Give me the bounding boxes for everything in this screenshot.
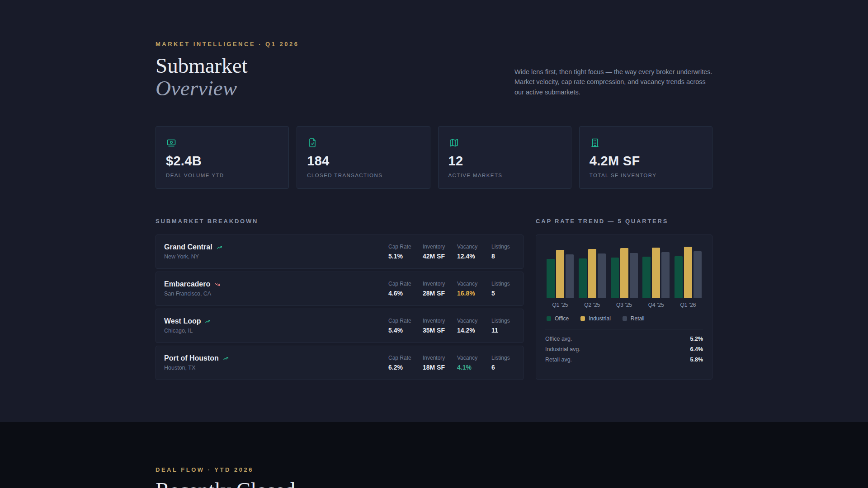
office-bar	[579, 258, 587, 298]
stat-card-sf-inventory: 4.2M SF TOTAL SF INVENTORY	[579, 126, 712, 189]
avg-value: 5.2%	[690, 336, 703, 342]
page-title-line2: Overview	[156, 77, 299, 100]
legend-item-industrial: Industrial	[580, 315, 611, 322]
inventory-cell: Inventory35M SF	[423, 318, 457, 334]
industrial-bar	[652, 248, 660, 298]
submarket-location: New York, NY	[164, 253, 388, 260]
page-header: MARKET INTELLIGENCE · Q1 2026 Submarket …	[156, 0, 712, 100]
trend-up-icon	[223, 356, 229, 361]
submarket-row[interactable]: EmbarcaderoSan Francisco, CACap Rate4.6%…	[156, 272, 524, 306]
submarket-name: West Loop	[164, 317, 388, 325]
retail-bar	[630, 253, 638, 298]
trend-down-icon	[214, 282, 220, 287]
cap-rate-cell: Cap Rate5.4%	[388, 318, 423, 334]
submarket-location: San Francisco, CA	[164, 291, 388, 297]
submarket-list: Grand CentralNew York, NYCap Rate5.1%Inv…	[156, 235, 524, 380]
submarket-location: Chicago, IL	[164, 328, 388, 334]
listings-cell: Listings8	[491, 244, 516, 260]
submarket-info: EmbarcaderoSan Francisco, CA	[164, 280, 388, 297]
vacancy-cell: Vacancy14.2%	[457, 318, 491, 334]
cap-rate-cell: Cap Rate6.2%	[388, 355, 423, 371]
bar-chart-plot	[545, 244, 703, 298]
x-axis-label: Q1 '26	[675, 302, 702, 308]
submarket-location: Houston, TX	[164, 365, 388, 371]
inventory-cell: Inventory28M SF	[423, 281, 457, 297]
bar-group-q425	[642, 248, 670, 298]
stat-label: DEAL VOLUME YTD	[166, 173, 278, 178]
chart-legend: OfficeIndustrialRetail	[545, 315, 703, 322]
avg-label: Industrial avg.	[545, 346, 580, 352]
vacancy-cell: Vacancy16.8%	[457, 281, 491, 297]
bar-group-q325	[611, 248, 638, 298]
submarket-row[interactable]: West LoopChicago, ILCap Rate5.4%Inventor…	[156, 309, 524, 343]
x-axis-label: Q4 '25	[642, 302, 670, 308]
avg-value: 6.4%	[690, 346, 703, 352]
legend-swatch	[623, 316, 627, 321]
industrial-bar	[556, 250, 564, 298]
office-bar	[642, 257, 651, 298]
retail-bar	[693, 251, 702, 298]
retail-bar	[598, 253, 606, 298]
avg-value: 5.8%	[690, 357, 703, 363]
legend-item-office: Office	[547, 315, 569, 322]
office-bar	[675, 256, 683, 298]
file-check-icon	[307, 137, 420, 148]
stat-label: TOTAL SF INVENTORY	[590, 173, 702, 178]
stat-value: $2.4B	[166, 154, 278, 169]
retail-bar	[566, 254, 574, 298]
stat-value: 4.2M SF	[590, 154, 702, 169]
stat-label: ACTIVE MARKETS	[448, 173, 561, 178]
page-title-line1: Submarket	[156, 55, 299, 77]
stat-card-deal-volume: $2.4B DEAL VOLUME YTD	[156, 126, 289, 189]
legend-item-retail: Retail	[623, 315, 645, 322]
banknote-icon	[166, 137, 278, 148]
cap-rate-cell: Cap Rate5.1%	[388, 244, 423, 260]
office-bar	[547, 259, 555, 298]
trend-up-icon	[205, 319, 211, 324]
cap-rate-chart-panel: Q1 '25Q2 '25Q3 '25Q4 '25Q1 '26 OfficeInd…	[536, 235, 712, 380]
avg-row-industrial: Industrial avg. 6.4%	[545, 346, 703, 352]
trend-up-icon	[217, 244, 222, 250]
stat-label: CLOSED TRANSACTIONS	[307, 173, 420, 178]
avg-row-retail: Retail avg. 5.8%	[545, 357, 703, 363]
submarket-name: Port of Houston	[164, 354, 388, 362]
submarket-info: Port of HoustonHouston, TX	[164, 354, 388, 371]
intro-paragraph: Wide lens first, then tight focus — the …	[514, 67, 712, 100]
stat-card-active-markets: 12 ACTIVE MARKETS	[438, 126, 571, 189]
stat-value: 12	[448, 154, 561, 169]
retail-bar	[661, 252, 670, 298]
legend-swatch	[580, 316, 585, 321]
industrial-bar	[620, 248, 628, 298]
submarket-info: Grand CentralNew York, NY	[164, 243, 388, 260]
stat-card-closed-transactions: 184 CLOSED TRANSACTIONS	[297, 126, 430, 189]
stat-value: 184	[307, 154, 420, 169]
bar-group-q125	[547, 250, 574, 298]
listings-cell: Listings6	[491, 355, 516, 371]
header-kicker: MARKET INTELLIGENCE · Q1 2026	[156, 41, 299, 47]
main-section: MARKET INTELLIGENCE · Q1 2026 Submarket …	[0, 0, 868, 422]
x-axis-label: Q3 '25	[611, 302, 638, 308]
footer-kicker: DEAL FLOW · YTD 2026	[156, 466, 712, 473]
listings-cell: Listings5	[491, 281, 516, 297]
submarket-row[interactable]: Grand CentralNew York, NYCap Rate5.1%Inv…	[156, 235, 524, 269]
map-icon	[448, 137, 561, 148]
chart-averages: Office avg. 5.2% Industrial avg. 6.4% Re…	[545, 336, 703, 363]
vacancy-cell: Vacancy12.4%	[457, 244, 491, 260]
chart-x-axis-labels: Q1 '25Q2 '25Q3 '25Q4 '25Q1 '26	[545, 302, 703, 308]
chart-divider	[545, 329, 703, 329]
vacancy-cell: Vacancy4.1%	[457, 355, 491, 371]
inventory-cell: Inventory42M SF	[423, 244, 457, 260]
stats-row: $2.4B DEAL VOLUME YTD 184 CLOSED TRANSAC…	[156, 126, 712, 189]
footer-title: Recently Closed	[156, 479, 712, 488]
submarket-info: West LoopChicago, IL	[164, 317, 388, 334]
listings-cell: Listings11	[491, 318, 516, 334]
avg-row-office: Office avg. 5.2%	[545, 336, 703, 342]
breakdown-section-title: SUBMARKET BREAKDOWN	[156, 218, 524, 225]
bar-group-q126	[675, 247, 702, 298]
chart-section-title: CAP RATE TREND — 5 QUARTERS	[536, 218, 712, 225]
submarket-name: Embarcadero	[164, 280, 388, 288]
building-icon	[590, 137, 702, 148]
industrial-bar	[588, 249, 596, 298]
cap-rate-cell: Cap Rate4.6%	[388, 281, 423, 297]
submarket-row[interactable]: Port of HoustonHouston, TXCap Rate6.2%In…	[156, 346, 524, 380]
